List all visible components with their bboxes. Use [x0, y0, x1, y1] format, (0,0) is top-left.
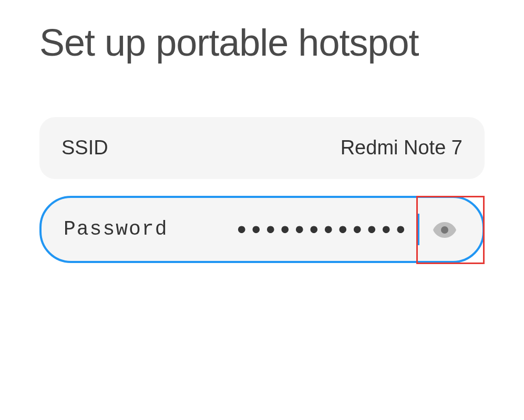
- ssid-label: SSID: [61, 136, 108, 159]
- ssid-row[interactable]: SSID Redmi Note 7: [39, 117, 485, 179]
- password-row[interactable]: Password ••••••••••••: [39, 196, 485, 263]
- text-cursor: [417, 214, 419, 245]
- password-input[interactable]: ••••••••••••: [168, 214, 415, 245]
- eye-icon: [432, 217, 457, 242]
- toggle-password-visibility-button[interactable]: [429, 214, 460, 245]
- page-title: Set up portable hotspot: [39, 21, 485, 65]
- svg-point-0: [441, 226, 448, 234]
- ssid-value: Redmi Note 7: [341, 136, 463, 159]
- password-label: Password: [64, 218, 168, 240]
